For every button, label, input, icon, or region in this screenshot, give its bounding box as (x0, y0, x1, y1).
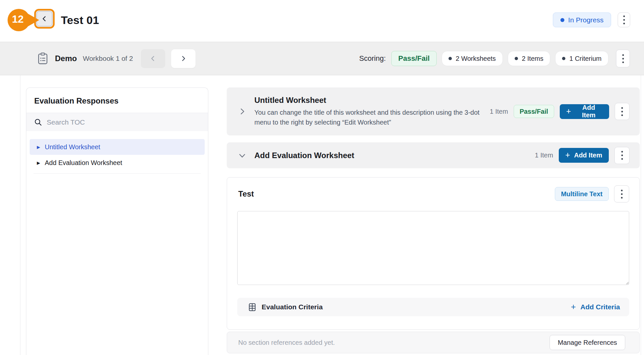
chevron-down-icon (238, 151, 246, 160)
previous-workbook-button[interactable] (141, 49, 165, 68)
status-label: In Progress (568, 16, 604, 24)
criteria-count-pill: 1 Criterium (555, 51, 608, 66)
chevron-left-icon (149, 55, 157, 62)
evaluation-criteria-label: Evaluation Criteria (262, 303, 323, 311)
section-references-bar: No section references added yet. Manage … (227, 332, 640, 353)
multiline-text-input[interactable] (237, 211, 629, 285)
worksheet-title: Untitled Worksheet (254, 96, 490, 105)
worksheet-card-untitled: Untitled Worksheet You can change the ti… (227, 87, 640, 135)
kebab-icon (622, 54, 624, 56)
add-item-label: Add Item (574, 152, 602, 159)
toc-search (26, 113, 208, 131)
dot-icon (449, 57, 452, 60)
add-criteria-button[interactable]: + Add Criteria (571, 303, 620, 311)
add-item-button[interactable]: + Add Item (560, 104, 609, 119)
criteria-count-label: 1 Criterium (569, 55, 602, 62)
plus-icon: + (571, 302, 576, 311)
worksheets-count-pill: 2 Worksheets (442, 51, 503, 66)
scoring-label: Scoring: (359, 54, 386, 63)
plus-icon: + (566, 107, 571, 115)
sidebar-item-add-evaluation-worksheet[interactable]: ▶ Add Evaluation Worksheet (30, 155, 205, 171)
workbook-bar: Demo Workbook 1 of 2 Scoring: Pass/Fail … (0, 42, 644, 75)
add-item-label: Add Item (575, 104, 603, 119)
sidebar-item-label: Add Evaluation Worksheet (45, 159, 122, 167)
page-title: Test 01 (61, 14, 99, 27)
workbook-pagination: Workbook 1 of 2 (83, 55, 133, 62)
content-area: Evaluation Responses ▶ Untitled Workshee… (20, 75, 641, 355)
table-icon (248, 303, 257, 312)
item-card-test: Test Multiline Text (227, 177, 640, 330)
items-count-pill: 2 Items (508, 51, 551, 66)
plus-icon: + (565, 151, 570, 159)
worksheet-kebab-menu-button[interactable] (614, 147, 630, 164)
annotation-number: 12 (8, 13, 28, 25)
chevron-right-icon (238, 107, 246, 116)
add-item-button[interactable]: + Add Item (559, 148, 609, 163)
main-column: Untitled Worksheet You can change the ti… (227, 87, 640, 355)
collapse-worksheet-button[interactable] (238, 151, 246, 160)
sidebar-item-untitled-worksheet[interactable]: ▶ Untitled Worksheet (30, 139, 205, 155)
kebab-icon (621, 107, 623, 109)
expand-worksheet-button[interactable] (238, 107, 246, 116)
item-title: Test (238, 189, 254, 199)
workbook-kebab-menu-button[interactable] (616, 50, 630, 67)
triangle-right-icon: ▶ (37, 145, 40, 149)
worksheet-scoring-badge: Pass/Fail (514, 105, 554, 118)
triangle-right-icon: ▶ (37, 161, 40, 165)
scoring-value-badge: Pass/Fail (391, 51, 436, 66)
next-workbook-button[interactable] (171, 49, 195, 68)
dot-icon (515, 57, 518, 60)
worksheet-item-count: 1 Item (535, 152, 553, 159)
workbook-name: Demo (55, 54, 77, 63)
worksheet-description: You can change the title of this workshe… (254, 107, 490, 127)
items-count-label: 2 Items (522, 55, 544, 62)
kebab-icon (621, 151, 623, 153)
add-criteria-label: Add Criteria (580, 303, 620, 311)
worksheet-card-add-evaluation: Add Evaluation Worksheet 1 Item + Add It… (227, 142, 640, 168)
toc-search-input[interactable] (47, 118, 200, 126)
references-empty-text: No section references added yet. (238, 339, 335, 346)
sidebar-item-label: Untitled Worksheet (45, 143, 100, 151)
evaluation-responses-sidebar: Evaluation Responses ▶ Untitled Workshee… (26, 87, 208, 355)
worksheets-count-label: 2 Worksheets (456, 55, 496, 62)
kebab-icon (621, 190, 623, 191)
manage-references-button[interactable]: Manage References (550, 335, 625, 350)
header-kebab-menu-button[interactable] (618, 12, 630, 27)
chevron-left-icon (41, 15, 48, 22)
content-right-border (641, 75, 641, 355)
kebab-icon (623, 15, 625, 17)
worksheet-item-count: 1 Item (490, 108, 508, 115)
app-page: 12 Test 01 In Progress Demo Workbook 1 o (0, 0, 644, 355)
sidebar-divider (34, 173, 201, 174)
chevron-right-icon (180, 55, 187, 62)
worksheet-title: Add Evaluation Worksheet (254, 151, 354, 160)
status-badge[interactable]: In Progress (553, 12, 611, 27)
worksheet-kebab-menu-button[interactable] (615, 103, 630, 120)
dot-icon (562, 57, 565, 60)
status-dot-icon (560, 18, 564, 22)
evaluation-criteria-row: Evaluation Criteria + Add Criteria (237, 298, 629, 316)
item-kebab-menu-button[interactable] (614, 185, 629, 202)
top-header: 12 Test 01 In Progress (0, 0, 644, 42)
search-icon (34, 118, 42, 127)
item-type-badge: Multiline Text (555, 187, 609, 201)
clipboard-icon (38, 53, 48, 64)
sidebar-title: Evaluation Responses (26, 88, 208, 113)
